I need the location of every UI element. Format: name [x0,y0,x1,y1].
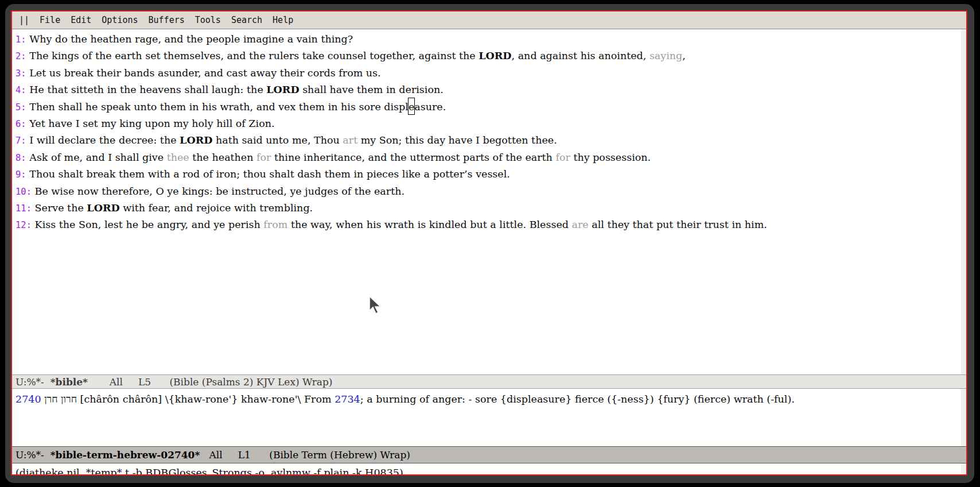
strongs-link[interactable]: 2740 [15,393,41,405]
mode-line-flags: U:%*- [15,376,50,388]
mode-line-info: All L5 (Bible (Psalms 2) KJV Lex) Wrap) [88,376,333,388]
strongs-link[interactable]: 2734 [335,393,360,405]
divine-name: LORD [180,134,212,146]
mode-line-bible: U:%*- *bible* All L5 (Bible (Psalms 2) K… [12,374,966,389]
echo-message: (diatheke nil *temp* t -b BDBGlosses_Str… [15,465,961,476]
text-run: The kings of the earth set themselves, a… [29,50,479,61]
mode-line-info: All L1 (Bible Term (Hebrew) Wrap) [200,449,410,461]
divine-name: LORD [87,202,119,214]
menu-item-options[interactable]: Options [96,15,143,25]
menu-item-help[interactable]: Help [267,15,298,25]
text-run: Kiss the Son, lest he be angry, and ye p… [35,219,264,230]
verse-number: 4: [15,85,26,95]
text-run: Why do the heathen rage, and the people … [29,33,353,45]
verse-line: 3: Let us break their bands asunder, and… [15,65,961,82]
text-run: חרון חרן [chârôn chârôn] \{khaw-rone'} k… [41,393,335,405]
text-run: I will declare the decree: the [29,134,180,146]
added-word: are [572,219,589,230]
verse-line: 1: Why do the heathen rage, and the peop… [15,31,961,48]
menu-item-separator[interactable]: || [12,15,34,25]
verse-number: 1: [15,34,26,45]
verse-number: 9: [15,169,26,180]
verse-number: 2: [15,51,26,61]
text-run: Then shall he speak unto them in his wra… [29,101,409,113]
verse-number: 11: [15,203,32,214]
divine-name: LORD [479,50,511,61]
added-word: for [256,152,271,163]
text-run: asure. [414,101,446,113]
text-run: Be wise now therefore, O ye kings: be in… [35,185,405,197]
verse-line: 12: Kiss the Son, lest he be angry, and … [15,217,961,233]
added-word: thee [167,152,189,163]
verse-line: 4: He that sitteth in the heavens shall … [15,82,961,98]
echo-area[interactable]: (diatheke nil *temp* t -b BDBGlosses_Str… [12,463,966,476]
menu-item-file[interactable]: File [34,15,65,25]
added-word: from [263,219,287,230]
verse-number: 12: [15,220,32,230]
text-run: Let us break their bands asunder, and ca… [29,67,380,79]
text-run: Ask of me, and I shall give [29,152,166,163]
verse-number: 5: [15,102,26,113]
text-cursor: e [409,99,414,115]
text-run: hath said unto me, Thou [212,134,343,146]
menu-item-buffers[interactable]: Buffers [143,15,190,25]
divine-name: LORD [266,84,299,95]
verse-line: 2: The kings of the earth set themselves… [15,48,961,64]
verse-line: 6: Yet have I set my king upon my holy h… [15,115,961,132]
text-run: with fear, and rejoice with trembling. [120,202,313,214]
text-run: , [682,50,686,61]
verse-line: 8: Ask of me, and I shall give thee the … [15,149,961,166]
text-run: ; a burning of anger: - sore {displeasur… [360,393,795,405]
buffer-name-bible: *bible* [50,376,88,388]
text-run: , and against his anointed, [512,50,650,61]
menu-item-edit[interactable]: Edit [65,15,96,25]
text-run: thine inheritance, and the uttermost par… [271,152,555,163]
emacs-window: ||FileEditOptionsBuffersToolsSearchHelp … [5,4,974,483]
added-word: for [555,152,570,163]
text-run: thy possession. [570,152,651,163]
verse-line: 7: I will declare the decree: the LORD h… [15,132,961,149]
text-run: shall have them in derision. [300,84,444,95]
text-run: the heathen [189,152,256,163]
verse-number: 7: [15,136,26,146]
text-run: Thou shalt break them with a rod of iron… [29,168,510,180]
buffer-name-lexicon: *bible-term-hebrew-02740* [50,449,200,461]
text-run: the way, when his wrath is kindled but a… [287,219,571,230]
verse-line: 9: Thou shalt break them with a rod of i… [15,166,961,183]
mode-line-lexicon: U:%*- *bible-term-hebrew-02740* All L1 (… [12,446,966,463]
lexicon-buffer-window[interactable]: 2740 חרון חרן [chârôn chârôn] \{khaw-ron… [12,389,966,446]
menu-item-tools[interactable]: Tools [190,15,226,25]
emacs-frame: ||FileEditOptionsBuffersToolsSearchHelp … [11,10,967,476]
verse-number: 3: [15,68,26,79]
text-run: He that sitteth in the heavens shall lau… [29,84,266,95]
text-run: my Son; this day have I begotten thee. [357,134,557,146]
menu-bar: ||FileEditOptionsBuffersToolsSearchHelp [12,11,966,29]
text-run: all they that put their trust in him. [589,219,767,230]
text-run: Yet have I set my king upon my holy hill… [29,118,274,129]
added-word: saying [650,50,682,61]
mode-line-flags: U:%*- [15,449,50,461]
lexicon-entry: 2740 חרון חרן [chârôn chârôn] \{khaw-ron… [15,391,961,407]
verse-number: 6: [15,119,26,129]
verse-line: 5: Then shall he speak unto them in his … [15,99,961,115]
verse-line: 10: Be wise now therefore, O ye kings: b… [15,183,961,200]
verse-line: 11: Serve the LORD with fear, and rejoic… [15,200,961,217]
verse-number: 8: [15,153,26,163]
added-word: art [343,134,357,146]
verse-number: 10: [15,187,32,197]
bible-buffer-window[interactable]: 1: Why do the heathen rage, and the peop… [12,29,966,374]
text-run: Serve the [35,202,87,214]
menu-item-search[interactable]: Search [226,15,267,25]
